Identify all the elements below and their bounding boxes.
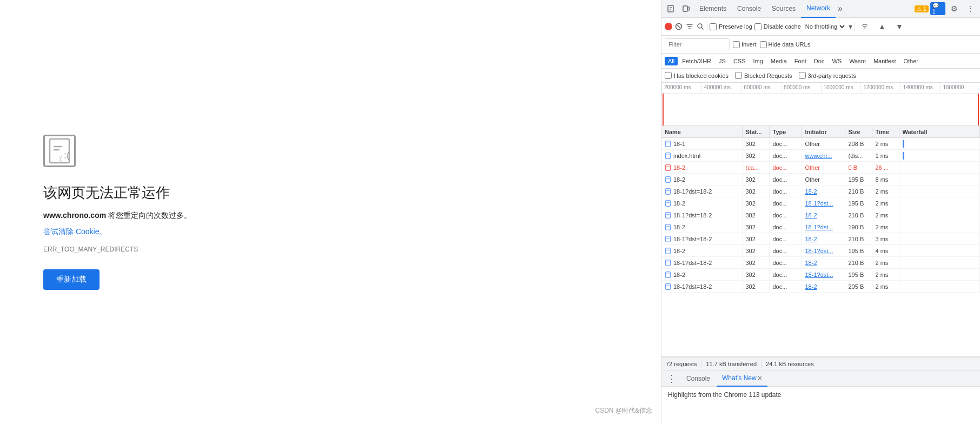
filter-input[interactable] (665, 38, 730, 50)
network-table[interactable]: Name Stat... Type Initiator Size Time Wa… (661, 126, 980, 357)
close-whats-new-icon[interactable]: × (758, 374, 762, 382)
tab-console-bottom[interactable]: Console (681, 370, 716, 387)
svg-rect-7 (683, 6, 687, 11)
td-waterfall (899, 233, 981, 244)
th-name[interactable]: Name (661, 126, 743, 137)
tab-network[interactable]: Network (801, 0, 836, 18)
tab-elements[interactable]: Elements (694, 0, 732, 18)
td-waterfall (899, 186, 981, 197)
device-icon[interactable] (679, 1, 694, 16)
stop-button[interactable] (674, 22, 683, 31)
clear-cookie-link[interactable]: 尝试清除 Cookie。 (43, 227, 107, 237)
table-row[interactable]: index.html 302 doc... www.chr... (dis...… (661, 150, 980, 162)
invert-filter-checkbox[interactable]: Invert (733, 41, 757, 48)
td-name: 18-1 (661, 138, 743, 149)
td-status: 302 (743, 209, 770, 221)
throttle-select[interactable]: No throttling (803, 23, 846, 30)
type-tab-ws[interactable]: WS (829, 57, 845, 65)
tick-800k: 800000 ms (781, 83, 821, 93)
third-party-checkbox[interactable]: 3rd-party requests (799, 72, 856, 79)
record-button[interactable] (665, 23, 672, 30)
table-row[interactable]: 18-1?dst=18-2 302 doc... 18-2 210 B 2 ms (661, 186, 980, 197)
svg-line-12 (702, 28, 704, 30)
wifi-icon[interactable] (857, 19, 872, 34)
bottom-options-icon[interactable]: ⋮ (664, 373, 680, 385)
td-initiator: 18-2 (802, 257, 845, 268)
td-type: doc... (770, 257, 802, 268)
settings-icon[interactable]: ⚙ (946, 1, 962, 16)
requests-count: 72 requests (666, 361, 697, 367)
download-icon[interactable]: ▼ (892, 19, 907, 34)
table-row[interactable]: 18-2 302 doc... 18-1?dst... 195 B 4 ms (661, 245, 980, 257)
reload-button[interactable]: 重新加载 (43, 269, 100, 290)
svg-rect-38 (666, 283, 671, 289)
svg-rect-36 (666, 271, 671, 277)
td-status: 302 (743, 257, 770, 268)
tab-whats-new[interactable]: What's New × (717, 370, 767, 387)
td-size: 208 B (845, 138, 872, 149)
blocked-cookies-checkbox[interactable]: Has blocked cookies (665, 72, 729, 79)
table-row[interactable]: 18-2 302 doc... 18-1?dst... 190 B 2 ms (661, 221, 980, 233)
table-row[interactable]: 18-2 302 doc... 18-1?dst... 195 B 2 ms (661, 269, 980, 281)
th-initiator[interactable]: Initiator (802, 126, 845, 137)
warning-badge[interactable]: ⚠ 1 (914, 1, 929, 16)
type-tab-css[interactable]: CSS (730, 57, 749, 65)
tick-1600k: 1600000 (940, 83, 980, 93)
td-name: 18-1?dst=18-2 (661, 233, 743, 244)
message-badge[interactable]: 💬 1 (930, 1, 945, 16)
td-type: doc... (770, 233, 802, 244)
search-icon[interactable] (696, 22, 705, 31)
table-row[interactable]: 18-1 302 doc... Other 208 B 2 ms (661, 138, 980, 150)
td-name: 18-2 (661, 197, 743, 209)
inspect-icon[interactable] (664, 1, 679, 16)
svg-point-11 (698, 24, 702, 28)
more-tabs-btn[interactable]: » (836, 4, 845, 14)
timeline-area (661, 94, 980, 125)
status-bar: 72 requests 11.7 kB transferred 24.1 kB … (661, 357, 980, 370)
upload-icon[interactable]: ▲ (875, 19, 890, 34)
tab-sources[interactable]: Sources (766, 0, 801, 18)
type-tab-img[interactable]: Img (750, 57, 766, 65)
type-tab-doc[interactable]: Doc (811, 57, 828, 65)
th-status[interactable]: Stat... (743, 126, 770, 137)
type-tab-media[interactable]: Media (767, 57, 790, 65)
type-tab-font[interactable]: Font (791, 57, 810, 65)
td-waterfall (899, 269, 981, 280)
td-name: 18-2 (661, 221, 743, 233)
th-waterfall[interactable]: Waterfall (899, 126, 981, 137)
td-waterfall (899, 150, 981, 161)
type-tab-other[interactable]: Other (900, 57, 922, 65)
td-initiator: 18-1?dst... (802, 245, 845, 256)
td-time: 26 ... (872, 162, 899, 173)
td-size: 210 B (845, 186, 872, 197)
table-row[interactable]: 18-2 302 doc... 18-1?dst... 195 B 2 ms (661, 197, 980, 209)
td-initiator: 18-1?dst... (802, 269, 845, 280)
table-row[interactable]: 18-2 (ca... doc... Other 0 B 26 ... (661, 162, 980, 174)
type-tab-fetchxhr[interactable]: Fetch/XHR (679, 57, 714, 65)
th-size[interactable]: Size (845, 126, 872, 137)
throttle-dropdown-icon[interactable]: ▾ (849, 22, 852, 31)
table-row[interactable]: 18-1?dst=18-2 302 doc... 18-2 210 B 2 ms (661, 209, 980, 221)
td-status: 302 (743, 281, 770, 292)
td-size: (dis... (845, 150, 872, 161)
more-options-icon[interactable]: ⋮ (963, 1, 978, 16)
type-tab-manifest[interactable]: Manifest (870, 57, 899, 65)
disable-cache-checkbox[interactable]: Disable cache (754, 23, 801, 30)
td-status: 302 (743, 269, 770, 280)
table-row[interactable]: 18-1?dst=18-2 302 doc... 18-2 205 B 2 ms (661, 281, 980, 293)
filter-icon[interactable] (685, 22, 694, 31)
type-tab-all[interactable]: All (665, 57, 678, 65)
type-tab-js[interactable]: JS (716, 57, 729, 65)
th-time[interactable]: Time (872, 126, 899, 137)
type-tab-wasm[interactable]: Wasm (846, 57, 869, 65)
table-row[interactable]: 18-1?dst=18-2 302 doc... 18-2 210 B 2 ms (661, 257, 980, 269)
blocked-requests-checkbox[interactable]: Blocked Requests (735, 72, 792, 79)
preserve-log-checkbox[interactable]: Preserve log (710, 23, 752, 30)
table-row[interactable]: 18-2 302 doc... Other 195 B 8 ms (661, 174, 980, 186)
table-row[interactable]: 18-1?dst=18-2 302 doc... 18-2 210 B 3 ms (661, 233, 980, 245)
td-initiator: Other (802, 162, 845, 173)
td-type: doc... (770, 221, 802, 233)
hide-data-urls-checkbox[interactable]: Hide data URLs (760, 41, 811, 48)
tab-console[interactable]: Console (732, 0, 766, 18)
th-type[interactable]: Type (770, 126, 802, 137)
